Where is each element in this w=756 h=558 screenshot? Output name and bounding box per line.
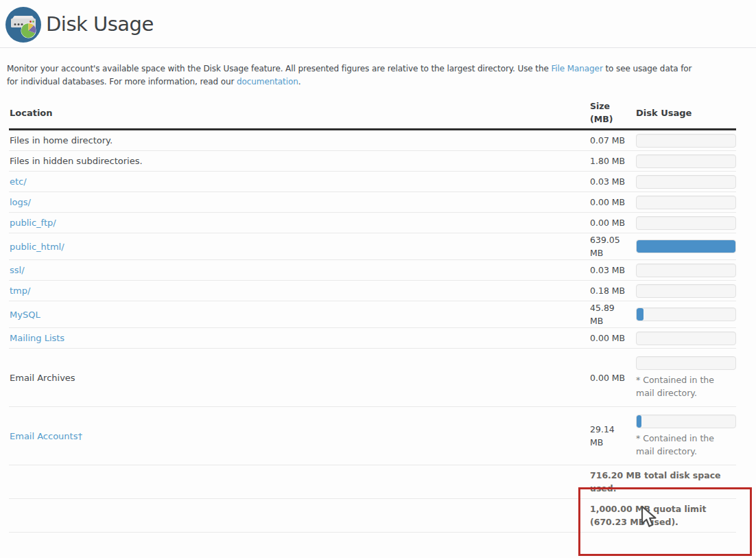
table-row: logs/0.00 MB bbox=[9, 192, 736, 213]
table-row: Mailing Lists0.00 MB bbox=[9, 328, 736, 349]
size-value: 0.00 MB bbox=[590, 196, 628, 209]
file-manager-link[interactable]: File Manager bbox=[551, 64, 602, 73]
size-value: 29.14 MB bbox=[590, 423, 628, 449]
column-header-location: Location bbox=[9, 108, 590, 118]
location-cell: Email Accounts† bbox=[9, 431, 590, 441]
location-cell: Email Archives bbox=[9, 373, 590, 383]
disk-usage-bar bbox=[636, 154, 736, 168]
size-value: 0.03 MB bbox=[590, 175, 628, 188]
table-row: Email Accounts†29.14 MB* Contained in th… bbox=[9, 407, 736, 465]
disk-usage-cell bbox=[636, 307, 736, 321]
table-summary: 716.20 MB total disk space used.1,000.00… bbox=[9, 465, 736, 533]
contained-in-mail-note: * Contained in the mail directory. bbox=[636, 432, 732, 458]
documentation-link[interactable]: documentation bbox=[237, 77, 298, 86]
public-html-link[interactable]: public_html/ bbox=[10, 242, 64, 252]
page-title: Disk Usage bbox=[46, 12, 154, 36]
intro-line-1: Monitor your account's available space w… bbox=[7, 62, 756, 75]
disk-usage-bar bbox=[636, 264, 736, 277]
size-value: 0.00 MB bbox=[590, 216, 628, 229]
disk-usage-bar bbox=[636, 415, 736, 428]
disk-usage-bar-fill bbox=[637, 415, 641, 428]
size-value: 0.00 MB bbox=[590, 371, 628, 384]
summary-text: 1,000.00 MB quota limit (670.23 MB used)… bbox=[590, 502, 736, 528]
contained-in-mail-note: * Contained in the mail directory. bbox=[636, 373, 732, 399]
table-row: Email Archives0.00 MB* Contained in the … bbox=[9, 349, 736, 407]
size-value: 0.03 MB bbox=[590, 264, 628, 277]
disk-usage-cell: * Contained in the mail directory. bbox=[636, 356, 736, 399]
disk-usage-icon bbox=[5, 7, 41, 43]
intro-text-segment: Monitor your account's available space w… bbox=[7, 64, 551, 73]
table-row: Files in home directory.0.07 MB bbox=[9, 130, 736, 151]
location-cell: tmp/ bbox=[9, 286, 590, 296]
location-cell: MySQL bbox=[9, 310, 590, 320]
disk-usage-cell bbox=[636, 332, 736, 345]
column-header-disk-usage: Disk Usage bbox=[636, 108, 736, 118]
table-row: ssl/0.03 MB bbox=[9, 260, 736, 281]
disk-usage-bar bbox=[636, 240, 736, 253]
table-row: public_html/639.05 MB bbox=[9, 233, 736, 260]
summary-text: 716.20 MB total disk space used. bbox=[590, 469, 736, 495]
disk-usage-bar-fill bbox=[637, 308, 643, 321]
location-cell: Mailing Lists bbox=[9, 333, 590, 343]
disk-usage-bar bbox=[636, 175, 736, 189]
mysql-link[interactable]: MySQL bbox=[10, 310, 40, 320]
public-ftp-link[interactable]: public_ftp/ bbox=[10, 218, 56, 228]
intro-line-2: for individual databases. For more infor… bbox=[7, 75, 756, 89]
table-body: Files in home directory.0.07 MBFiles in … bbox=[9, 130, 736, 465]
disk-usage-cell bbox=[636, 264, 736, 277]
disk-usage-bar bbox=[636, 356, 736, 370]
location-cell: public_ftp/ bbox=[9, 218, 590, 228]
mailing-lists-link[interactable]: Mailing Lists bbox=[10, 333, 64, 343]
disk-usage-bar bbox=[636, 284, 736, 298]
table-row: etc/0.03 MB bbox=[9, 172, 736, 192]
location-cell: public_html/ bbox=[9, 242, 590, 252]
summary-row: 716.20 MB total disk space used. bbox=[9, 465, 736, 499]
location-label: Files in hidden subdirectories. bbox=[10, 156, 143, 166]
disk-usage-bar bbox=[636, 216, 736, 230]
column-header-size: Size (MB) bbox=[590, 100, 628, 126]
table-row: MySQL45.89 MB bbox=[9, 301, 736, 328]
size-value: 0.18 MB bbox=[590, 284, 628, 297]
location-cell: Files in home directory. bbox=[9, 135, 590, 146]
intro-text: Monitor your account's available space w… bbox=[7, 62, 756, 88]
logs-link[interactable]: logs/ bbox=[10, 197, 31, 207]
size-value: 0.00 MB bbox=[590, 332, 628, 345]
size-value: 639.05 MB bbox=[590, 233, 628, 259]
disk-usage-cell bbox=[636, 240, 736, 253]
table-row: tmp/0.18 MB bbox=[9, 281, 736, 301]
location-label: Email Archives bbox=[10, 373, 75, 383]
intro-text-segment: for individual databases. For more infor… bbox=[7, 77, 237, 86]
disk-usage-cell: * Contained in the mail directory. bbox=[636, 415, 736, 458]
table-header-row: Location Size (MB) Disk Usage bbox=[9, 97, 736, 130]
table-row: public_ftp/0.00 MB bbox=[9, 213, 736, 233]
page-header: Disk Usage bbox=[0, 0, 756, 48]
location-cell: etc/ bbox=[9, 176, 590, 187]
disk-usage-cell bbox=[636, 175, 736, 189]
size-value: 0.07 MB bbox=[590, 134, 628, 147]
disk-usage-cell bbox=[636, 196, 736, 209]
disk-usage-bar bbox=[636, 134, 736, 148]
email-accounts-link[interactable]: Email Accounts† bbox=[10, 431, 82, 441]
disk-usage-page: Disk Usage Monitor your account's availa… bbox=[0, 0, 756, 558]
disk-usage-cell bbox=[636, 134, 736, 148]
disk-usage-bar bbox=[636, 332, 736, 345]
disk-usage-cell bbox=[636, 284, 736, 298]
location-cell: Files in hidden subdirectories. bbox=[9, 156, 590, 166]
disk-usage-cell bbox=[636, 216, 736, 230]
size-value: 1.80 MB bbox=[590, 154, 628, 167]
disk-usage-table: Location Size (MB) Disk Usage Files in h… bbox=[9, 97, 736, 533]
disk-usage-bar-fill bbox=[637, 240, 735, 253]
location-cell: logs/ bbox=[9, 197, 590, 207]
disk-usage-cell bbox=[636, 154, 736, 168]
intro-text-segment: . bbox=[298, 77, 301, 86]
tmp-link[interactable]: tmp/ bbox=[10, 286, 30, 296]
location-cell: ssl/ bbox=[9, 265, 590, 275]
summary-row: 1,000.00 MB quota limit (670.23 MB used)… bbox=[9, 499, 736, 533]
location-label: Files in home directory. bbox=[10, 135, 113, 146]
size-value: 45.89 MB bbox=[590, 301, 628, 327]
intro-text-segment: to see usage data for bbox=[603, 64, 692, 73]
etc-link[interactable]: etc/ bbox=[10, 176, 27, 187]
ssl-link[interactable]: ssl/ bbox=[10, 265, 25, 275]
disk-usage-bar bbox=[636, 196, 736, 209]
table-row: Files in hidden subdirectories.1.80 MB bbox=[9, 151, 736, 172]
